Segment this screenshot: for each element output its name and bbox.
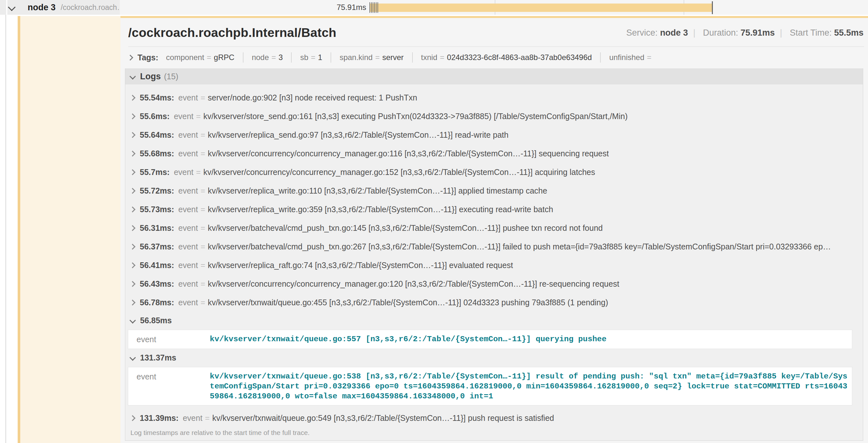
chevron-right-icon[interactable]: [129, 262, 135, 268]
log-field-key: event: [178, 205, 198, 214]
log-timestamp: 56.78ms:: [140, 298, 174, 307]
log-field-value: kv/kvserver/batcheval/cmd_push_txn.go:14…: [208, 224, 603, 233]
log-field-value: kv/kvserver/replica_write.go:359 [n3,s3,…: [208, 205, 553, 214]
tag-item: component=gRPC: [164, 52, 244, 63]
span-duration-bar[interactable]: [369, 3, 713, 12]
log-timestamp: 56.31ms:: [140, 224, 174, 233]
tag-item: span.kind=server: [331, 52, 412, 63]
log-timestamp: 55.68ms:: [140, 149, 174, 158]
chevron-right-icon[interactable]: [129, 244, 135, 249]
log-row[interactable]: 56.41ms:event=kv/kvserver/replica_raft.g…: [125, 256, 863, 274]
span-row-highlight: [20, 16, 121, 443]
log-field-key: event: [178, 298, 198, 307]
tree-guideline: [5, 0, 6, 443]
chevron-down-icon[interactable]: [129, 354, 136, 361]
log-tick-mark: [373, 2, 373, 13]
kv-value: kv/kvserver/txnwait/queue.go:557 [n3,s3,…: [210, 330, 851, 348]
chevron-down-icon[interactable]: [8, 3, 16, 11]
log-timestamp: 131.37ms: [140, 353, 176, 363]
log-row[interactable]: 55.73ms:event=kv/kvserver/replica_write.…: [125, 200, 863, 218]
log-tick-mark: [371, 2, 372, 13]
log-row[interactable]: 56.78ms:event=kv/kvserver/txnwait/queue.…: [125, 293, 863, 312]
chevron-right-icon[interactable]: [129, 132, 135, 138]
tag-equals-sign: =: [311, 53, 315, 62]
log-group-header[interactable]: 56.85ms: [125, 312, 863, 329]
chevron-right-icon[interactable]: [127, 55, 133, 60]
log-field-key: event: [183, 413, 203, 423]
chevron-down-icon[interactable]: [129, 73, 136, 79]
log-equals-sign: =: [200, 149, 205, 158]
logs-toggle[interactable]: Logs (15): [125, 68, 863, 84]
kv-key: event: [128, 367, 210, 386]
log-field-key: event: [174, 168, 193, 177]
log-end-marker: [712, 1, 713, 14]
tag-item: unfinished=: [601, 52, 662, 63]
log-tick-mark: [374, 2, 375, 13]
chevron-right-icon[interactable]: [129, 300, 135, 305]
tag-value: gRPC: [214, 53, 235, 62]
log-equals-sign: =: [196, 112, 201, 121]
kv-value: kv/kvserver/txnwait/queue.go:538 [n3,s3,…: [210, 367, 851, 405]
log-timestamp: 56.37ms:: [140, 242, 174, 251]
service-meta-value: node 3: [660, 28, 688, 38]
log-row[interactable]: 56.43ms:event=kv/kvserver/concurrency/co…: [125, 274, 863, 293]
log-equals-sign: =: [200, 242, 205, 251]
log-timestamp: 55.64ms:: [140, 130, 174, 140]
chevron-right-icon[interactable]: [129, 206, 135, 212]
log-timestamp: 56.41ms:: [140, 261, 174, 270]
log-timestamp: 55.73ms:: [140, 205, 174, 214]
log-row[interactable]: 55.64ms:event=kv/kvserver/replica_send.g…: [125, 126, 863, 144]
span-timeline-row[interactable]: node 3 /cockroach.roach… 75.91ms: [0, 0, 868, 15]
log-equals-sign: =: [200, 279, 205, 288]
log-tick-mark: [369, 2, 370, 13]
chevron-right-icon[interactable]: [129, 225, 135, 231]
log-field-value: kv/kvserver/replica_raft.go:74 [n3,s3,r6…: [208, 261, 513, 270]
log-tick-mark: [376, 2, 376, 13]
log-row[interactable]: 55.54ms:event=server/node.go:902 [n3] no…: [125, 88, 863, 107]
chevron-right-icon[interactable]: [129, 150, 135, 156]
log-row[interactable]: 56.37ms:event=kv/kvserver/batcheval/cmd_…: [125, 237, 863, 256]
log-row[interactable]: 55.68ms:event=kv/kvserver/concurrency/co…: [125, 144, 863, 163]
log-field-value: kv/kvserver/store_send.go:161 [n3,s3] ex…: [203, 112, 628, 121]
log-field-value: server/node.go:902 [n3] node received re…: [208, 93, 417, 102]
log-field-value: kv/kvserver/replica_send.go:97 [n3,s3,r6…: [208, 130, 508, 140]
chevron-right-icon[interactable]: [129, 95, 135, 100]
log-field-value: kv/kvserver/txnwait/queue.go:455 [n3,s3,…: [208, 298, 608, 307]
chevron-right-icon[interactable]: [129, 113, 135, 119]
chevron-right-icon[interactable]: [129, 415, 135, 421]
log-field-key: event: [178, 224, 198, 233]
span-timeline-track[interactable]: 75.91ms: [120, 0, 868, 15]
tag-key: span.kind: [340, 53, 373, 62]
chevron-right-icon[interactable]: [129, 188, 135, 194]
log-field-key: event: [178, 242, 198, 251]
log-equals-sign: =: [200, 130, 205, 140]
tags-section[interactable]: Tags: component=gRPCnode=3sb=1span.kind=…: [121, 47, 868, 68]
span-service-name: node 3: [28, 3, 56, 12]
log-group-header[interactable]: 131.37ms: [125, 349, 863, 366]
span-detail-title: /cockroach.roachpb.Internal/Batch: [128, 26, 336, 40]
log-field-key: event: [178, 279, 198, 288]
log-row[interactable]: 55.7ms:event=kv/kvserver/concurrency/con…: [125, 163, 863, 181]
log-timestamp: 56.43ms:: [140, 279, 174, 288]
logs-section: Logs (15) 55.54ms:event=server/node.go:9…: [125, 68, 863, 441]
span-name-column[interactable]: node 3 /cockroach.roach…: [0, 0, 120, 15]
tag-value: 3: [279, 53, 283, 62]
log-row[interactable]: 56.31ms:event=kv/kvserver/batcheval/cmd_…: [125, 218, 863, 237]
log-field-key: event: [178, 186, 198, 196]
service-meta-label: Service:: [626, 28, 658, 38]
log-equals-sign: =: [200, 93, 205, 102]
log-row[interactable]: 55.72ms:event=kv/kvserver/replica_write.…: [125, 181, 863, 200]
log-field-value: kv/kvserver/batcheval/cmd_push_txn.go:26…: [208, 242, 831, 251]
chevron-right-icon[interactable]: [129, 169, 135, 175]
log-field-key: event: [178, 261, 198, 270]
start-time-meta-value: 55.5ms: [834, 28, 864, 38]
chevron-down-icon[interactable]: [129, 317, 136, 323]
chevron-right-icon[interactable]: [129, 281, 135, 287]
log-field-value: kv/kvserver/concurrency/concurrency_mana…: [208, 149, 609, 158]
span-name-tab[interactable]: node 3 /cockroach.roach…: [28, 0, 124, 15]
log-row[interactable]: 131.39ms:event=kv/kvserver/txnwait/queue…: [125, 409, 863, 427]
log-field-value: kv/kvserver/txnwait/queue.go:549 [n3,s3,…: [212, 413, 554, 423]
tag-key: unfinished: [609, 53, 644, 62]
log-row[interactable]: 55.6ms:event=kv/kvserver/store_send.go:1…: [125, 107, 863, 126]
log-field-key: event: [178, 130, 198, 140]
